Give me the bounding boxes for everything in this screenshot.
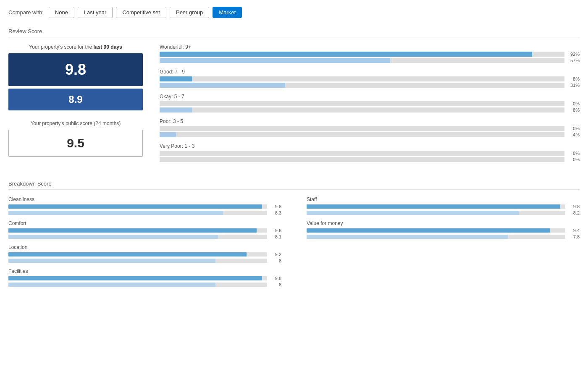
breakdown-item-comfort: Comfort 9.6 8.1 <box>8 220 281 239</box>
breakdown-bar-track <box>8 259 267 263</box>
breakdown-score-title: Breakdown Score <box>8 181 580 190</box>
bar-pct: 4% <box>567 132 580 137</box>
bar-group-okay: Okay: 5 - 7 0% 8% <box>160 94 580 113</box>
bar-fill-light <box>160 107 192 113</box>
breakdown-bar-track <box>307 228 565 233</box>
breakdown-bar-fill-light <box>307 211 519 215</box>
breakdown-bar-fill-light <box>8 235 218 239</box>
breakdown-bar-track <box>307 235 565 239</box>
main-score-box: 9.8 <box>8 53 143 86</box>
breakdown-bar-row: 8.3 <box>8 210 281 215</box>
breakdown-grid: Cleanliness 9.8 8.3 Comfort <box>8 196 580 292</box>
breakdown-bar-row: 8.2 <box>307 210 580 215</box>
bar-category-good: Good: 7 - 9 <box>160 69 580 75</box>
bar-pct: 0% <box>567 101 580 106</box>
bar-track <box>160 76 564 81</box>
bar-row: 8% <box>160 107 580 113</box>
breakdown-bar-row: 9.2 <box>8 252 281 257</box>
breakdown-bar-fill <box>8 276 262 280</box>
breakdown-val: 8.1 <box>270 234 281 239</box>
bar-row: 92% <box>160 52 580 57</box>
breakdown-bar-row: 7.8 <box>307 234 580 239</box>
breakdown-bar-track <box>8 252 267 257</box>
breakdown-bar-fill-light <box>307 235 508 239</box>
breakdown-label-value: Value for money <box>307 220 580 226</box>
bar-track <box>160 151 564 156</box>
breakdown-val: 8 <box>270 258 281 263</box>
bar-group-good: Good: 7 - 9 8% 31% <box>160 69 580 88</box>
compare-btn-last-year[interactable]: Last year <box>78 7 113 18</box>
bar-category-okay: Okay: 5 - 7 <box>160 94 580 99</box>
review-score-section: Review Score Your property's score for t… <box>8 28 580 168</box>
breakdown-bar-track <box>8 235 267 239</box>
breakdown-bar-track <box>307 204 565 209</box>
bar-fill <box>160 76 192 81</box>
breakdown-bar-track <box>307 211 565 215</box>
bar-row: 0% <box>160 157 580 162</box>
breakdown-bar-row: 9.4 <box>307 228 580 233</box>
compare-bar: Compare with: None Last year Competitive… <box>8 7 580 18</box>
bar-pct: 8% <box>567 107 580 113</box>
breakdown-bar-track <box>8 283 267 287</box>
bar-track <box>160 58 564 63</box>
breakdown-bar-fill <box>8 204 262 209</box>
bar-pct: 31% <box>567 83 580 88</box>
review-score-title: Review Score <box>8 28 580 37</box>
breakdown-bar-fill <box>8 228 257 233</box>
bar-row: 8% <box>160 76 580 81</box>
public-score-label: Your property's public score (24 months) <box>8 120 143 126</box>
score-panel: Your property's score for the last 90 da… <box>8 44 143 168</box>
breakdown-item-staff: Staff 9.8 8.2 <box>307 196 580 215</box>
breakdown-label-staff: Staff <box>307 196 580 202</box>
bar-row: 31% <box>160 83 580 88</box>
bar-track <box>160 132 564 137</box>
breakdown-val: 7.8 <box>568 234 580 239</box>
bar-pct: 0% <box>567 126 580 131</box>
score-subtitle: Your property's score for the last 90 da… <box>8 44 143 50</box>
compare-btn-peer-group[interactable]: Peer group <box>170 7 209 18</box>
compare-label: Compare with: <box>8 9 44 16</box>
breakdown-val: 9.8 <box>270 204 281 209</box>
breakdown-item-facilities: Facilities 9.8 8 <box>8 268 281 287</box>
bar-pct: 0% <box>567 157 580 162</box>
breakdown-score-section: Breakdown Score Cleanliness 9.8 8.3 <box>8 181 580 292</box>
bar-track <box>160 101 564 106</box>
bar-pct: 8% <box>567 76 580 81</box>
breakdown-label-facilities: Facilities <box>8 268 281 274</box>
breakdown-bar-row: 8 <box>8 282 281 287</box>
compare-score-box: 8.9 <box>8 89 143 110</box>
breakdown-item-value: Value for money 9.4 7.8 <box>307 220 580 239</box>
breakdown-item-location: Location 9.2 8 <box>8 244 281 263</box>
bar-row: 57% <box>160 58 580 63</box>
compare-btn-none[interactable]: None <box>49 7 74 18</box>
bar-pct: 57% <box>567 58 580 63</box>
breakdown-bar-row: 8.1 <box>8 234 281 239</box>
breakdown-bar-track <box>8 204 267 209</box>
breakdown-left-col: Cleanliness 9.8 8.3 Comfort <box>8 196 281 292</box>
bar-fill-light <box>160 83 285 88</box>
bar-group-wonderful: Wonderful: 9+ 92% 57% <box>160 44 580 63</box>
bar-row: 0% <box>160 151 580 156</box>
breakdown-val: 9.8 <box>270 276 281 281</box>
bar-category-very-poor: Very Poor: 1 - 3 <box>160 143 580 149</box>
breakdown-label-comfort: Comfort <box>8 220 281 226</box>
bar-row: 0% <box>160 101 580 106</box>
breakdown-val: 8 <box>270 282 281 287</box>
breakdown-bar-fill-light <box>8 283 215 287</box>
breakdown-item-cleanliness: Cleanliness 9.8 8.3 <box>8 196 281 215</box>
breakdown-bar-fill <box>307 228 550 233</box>
bar-fill-light <box>160 58 390 63</box>
breakdown-val: 8.3 <box>270 210 281 215</box>
breakdown-right-col: Staff 9.8 8.2 Value for money <box>307 196 580 292</box>
bar-track <box>160 83 564 88</box>
bar-pct: 0% <box>567 151 580 156</box>
public-score-box: 9.5 <box>8 130 143 157</box>
compare-btn-market[interactable]: Market <box>213 7 242 18</box>
breakdown-bar-fill <box>307 204 560 209</box>
compare-btn-competitive-set[interactable]: Competitive set <box>116 7 166 18</box>
breakdown-bar-track <box>8 228 267 233</box>
bar-fill <box>160 52 532 57</box>
bar-group-poor: Poor: 3 - 5 0% 4% <box>160 118 580 137</box>
breakdown-bar-row: 9.8 <box>307 204 580 209</box>
breakdown-bar-fill <box>8 252 247 257</box>
